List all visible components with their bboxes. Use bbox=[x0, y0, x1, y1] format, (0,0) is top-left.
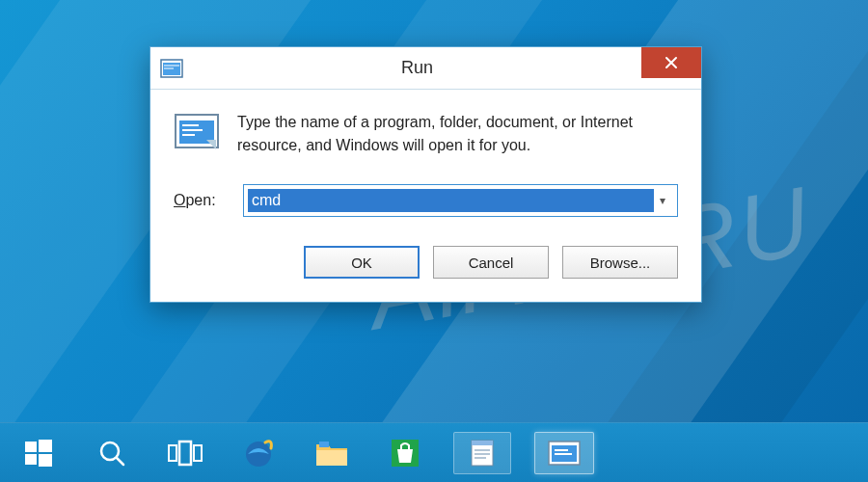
start-button[interactable] bbox=[14, 432, 64, 474]
notepad-taskbar-button[interactable] bbox=[453, 432, 511, 474]
close-icon bbox=[665, 56, 678, 69]
svg-rect-12 bbox=[179, 442, 191, 465]
open-combobox[interactable]: cmd ▾ bbox=[243, 184, 678, 217]
svg-line-10 bbox=[117, 458, 123, 465]
svg-rect-11 bbox=[169, 445, 176, 461]
run-title-icon bbox=[150, 59, 193, 78]
store-button[interactable] bbox=[380, 432, 430, 474]
browse-button[interactable]: Browse... bbox=[562, 246, 678, 279]
dialog-info-text: Type the name of a program, folder, docu… bbox=[237, 111, 678, 157]
ok-button[interactable]: OK bbox=[304, 246, 420, 279]
svg-rect-6 bbox=[39, 440, 52, 452]
chevron-down-icon[interactable]: ▾ bbox=[654, 194, 671, 207]
open-label: Open: bbox=[174, 192, 230, 209]
taskview-button[interactable] bbox=[160, 432, 210, 474]
search-button[interactable] bbox=[87, 432, 137, 474]
titlebar[interactable]: Run bbox=[150, 47, 701, 90]
taskbar bbox=[0, 422, 868, 482]
taskview-icon bbox=[168, 440, 203, 467]
svg-rect-7 bbox=[25, 454, 37, 465]
dialog-title: Run bbox=[193, 58, 641, 78]
svg-point-14 bbox=[246, 442, 271, 467]
run-taskbar-button[interactable] bbox=[534, 432, 594, 474]
run-body-icon bbox=[174, 111, 220, 153]
svg-rect-13 bbox=[194, 445, 202, 461]
svg-rect-5 bbox=[25, 442, 37, 452]
store-icon bbox=[390, 438, 420, 469]
run-dialog: Run Type the name of a program, folder, … bbox=[149, 46, 702, 303]
close-button[interactable] bbox=[641, 47, 701, 78]
svg-rect-19 bbox=[472, 441, 493, 445]
ie-icon bbox=[242, 437, 275, 469]
svg-rect-15 bbox=[316, 450, 347, 466]
ie-button[interactable] bbox=[233, 432, 284, 474]
notepad-icon bbox=[466, 437, 499, 469]
svg-rect-16 bbox=[319, 442, 329, 447]
search-icon bbox=[97, 439, 126, 468]
run-taskbar-icon bbox=[547, 439, 582, 468]
windows-logo-icon bbox=[23, 438, 54, 469]
svg-rect-8 bbox=[39, 454, 52, 467]
file-explorer-button[interactable] bbox=[307, 432, 357, 474]
folder-icon bbox=[314, 439, 349, 468]
open-input-value[interactable]: cmd bbox=[248, 189, 654, 212]
cancel-button[interactable]: Cancel bbox=[433, 246, 549, 279]
